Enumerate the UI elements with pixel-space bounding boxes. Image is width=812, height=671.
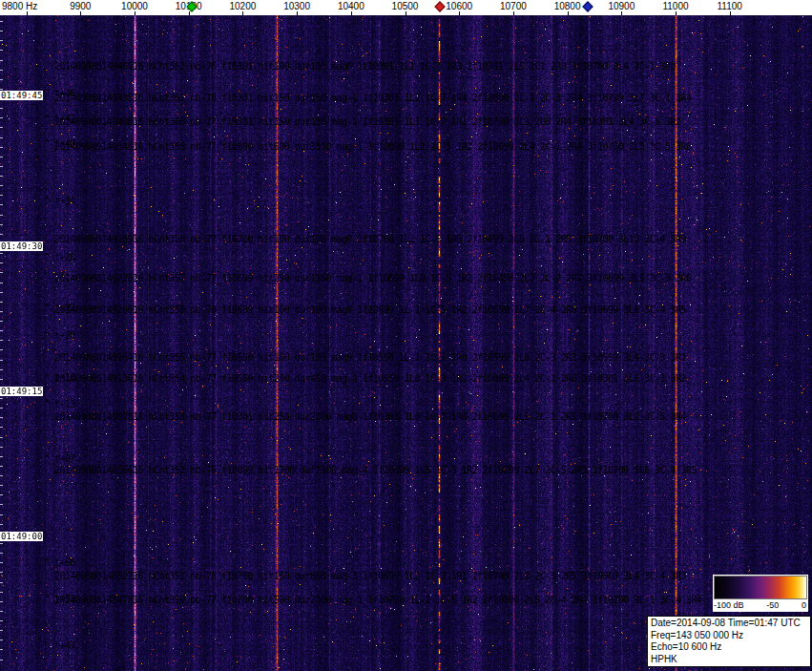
time-tick — [0, 137, 3, 138]
colorbar-mid-label: -50 — [766, 600, 779, 610]
freq-tick — [297, 11, 298, 15]
time-tick — [0, 543, 3, 544]
time-tick — [0, 117, 3, 118]
time-tick — [0, 582, 3, 583]
time-tick — [0, 21, 3, 22]
marker-red-diamond-icon[interactable] — [435, 1, 446, 11]
freq-tick-label: 9800 Hz — [2, 1, 37, 11]
status-info-box: Date=2014-09-08 Time=01:47 UTCFreq=143 0… — [647, 616, 811, 667]
event-time-marker: ^ t+53 — [44, 594, 75, 604]
time-tick — [0, 592, 3, 593]
event-time-marker: ^ t+40 — [44, 138, 75, 149]
event-time-marker: ^ t+20 — [44, 330, 75, 341]
time-tick — [0, 330, 3, 331]
time-tick — [0, 640, 3, 640]
event-time-marker: ^ t+16 — [44, 372, 75, 383]
freq-tick-label: 10000 — [121, 1, 148, 11]
info-box-line: Freq=143 050 000 Hz — [651, 630, 807, 642]
time-tick — [0, 485, 3, 486]
event-log-line: 20140908014847816 hCnt350 nb-77 f10700 h… — [54, 595, 701, 605]
colorbar-labels: -100 dB -50 0 — [714, 600, 806, 610]
time-tick — [0, 70, 3, 71]
time-tick — [0, 475, 3, 476]
time-axis-label: 01:49:00 — [0, 532, 43, 541]
freq-tick-label: 10400 — [338, 1, 364, 11]
event-log-line: 20140908014946916 hCnt362 nb-76 f10301 h… — [54, 61, 676, 72]
time-tick — [0, 620, 3, 621]
time-tick — [0, 494, 3, 495]
event-log-line: 20140908014920016 hCnt356 nb-78 f10699 h… — [54, 304, 686, 315]
freq-tick — [459, 11, 460, 15]
time-tick — [0, 147, 3, 148]
colorbar-max-label: 0 — [802, 600, 806, 610]
freq-tick — [513, 11, 514, 15]
freq-tick-label: 10900 — [608, 1, 635, 11]
event-time-marker: ^ t+28 — [44, 252, 75, 262]
time-tick — [0, 166, 3, 167]
event-log-line: 20140908014856616 hCnt352 nb-76 f10899 h… — [54, 465, 697, 475]
time-tick — [0, 89, 3, 90]
time-tick — [0, 321, 3, 322]
freq-tick — [351, 11, 352, 15]
event-log-line: 20140908014940816 hCnt360 nb-77 f10301 h… — [54, 116, 680, 127]
freq-tick-label: 10300 — [283, 1, 310, 11]
time-tick — [0, 176, 3, 177]
time-tick — [0, 514, 3, 515]
time-tick — [0, 311, 3, 312]
event-log-line: 20140908014943516 hCnt361 nb-78 f10301 h… — [54, 93, 691, 103]
freq-tick-label: 10700 — [500, 1, 527, 11]
time-axis-label: 01:49:30 — [0, 241, 43, 251]
time-tick — [0, 504, 3, 505]
info-box-line: HPHK — [651, 654, 807, 666]
colorbar-min-label: -100 dB — [714, 600, 744, 610]
time-tick — [0, 262, 3, 263]
freq-tick — [730, 11, 731, 15]
marker-blue-diamond-icon[interactable] — [582, 1, 593, 11]
time-tick — [0, 427, 3, 428]
time-tick — [0, 437, 3, 438]
time-tick — [0, 601, 3, 602]
event-log-line: 20140908014852716 hCnt351 nb-78 f10700 h… — [54, 571, 686, 581]
freq-tick — [242, 11, 243, 15]
time-tick — [0, 272, 3, 273]
event-time-marker: ^ t+43 — [44, 114, 75, 124]
time-tick — [0, 234, 3, 235]
freq-tick-label: 11100 — [718, 1, 742, 11]
time-tick — [0, 360, 3, 361]
freq-tick — [135, 11, 135, 15]
freq-tick-label: 11000 — [662, 1, 688, 11]
event-time-marker: ^ t+46 — [44, 88, 75, 98]
event-time-marker: ^ t+34 — [44, 196, 75, 206]
time-tick — [0, 466, 3, 467]
freq-tick — [676, 11, 677, 15]
event-log-line: 20140908014928916 hCnt358 nb-77 f10700 h… — [54, 234, 686, 244]
time-tick — [0, 195, 3, 196]
event-log-line: 20140908014913616 hCnt354 nb-77 f10550 h… — [54, 373, 686, 384]
time-tick — [0, 553, 3, 554]
time-tick — [0, 524, 3, 525]
time-axis-label: 01:49:45 — [0, 91, 43, 100]
time-tick — [0, 40, 3, 41]
event-log-line: 20140908014922916 hCnt357 nb-77 f10699 h… — [54, 273, 691, 283]
freq-tick — [621, 11, 622, 15]
time-tick — [0, 408, 3, 409]
info-box-line: Echo=10 600 Hz — [651, 641, 807, 654]
freq-tick — [80, 11, 81, 15]
time-tick — [0, 369, 3, 370]
event-log-line: 20140908014934816 hCnt359 nb-77 f10800 h… — [54, 141, 691, 152]
time-tick — [0, 157, 3, 157]
event-log-line: 20140908014916416 hCnt355 nb-77 f10550 h… — [54, 352, 686, 363]
time-tick — [0, 50, 3, 51]
time-axis-label: 01:49:15 — [0, 387, 43, 396]
event-time-marker: ^ t+56 — [44, 557, 75, 568]
freq-tick — [189, 11, 190, 15]
time-tick — [0, 398, 3, 399]
time-tick — [0, 630, 3, 631]
time-tick — [0, 127, 3, 128]
time-tick — [0, 340, 3, 341]
frequency-axis: 9800 Hz990010000101001020010300104001050… — [0, 0, 812, 15]
freq-tick-label: 9900 — [70, 1, 91, 11]
time-tick — [0, 302, 3, 303]
time-tick — [0, 60, 3, 61]
freq-tick-label: 10200 — [229, 1, 256, 11]
